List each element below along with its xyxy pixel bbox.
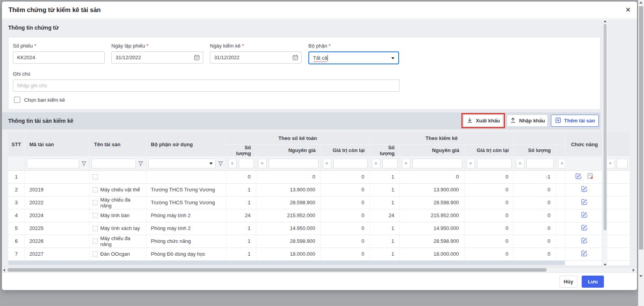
ngay-kiem-ke-input[interactable] (210, 51, 302, 64)
lookup-ellipsis-button[interactable]: … (93, 174, 98, 180)
cell-trailing (604, 196, 630, 209)
remove-row-button[interactable] (584, 173, 596, 181)
window-vertical-scrollbar[interactable] (638, 0, 644, 306)
ban-kiem-ke-checkbox-row[interactable]: Chọn ban kiểm kê (14, 97, 65, 103)
cell-inventory-quantity: 24 (370, 209, 399, 222)
cancel-button[interactable]: Hủy (560, 276, 577, 288)
calendar-icon[interactable] (194, 54, 200, 62)
required-asterisk: * (146, 43, 148, 49)
filter-number-input[interactable] (269, 159, 318, 168)
edit-row-button[interactable] (579, 250, 590, 258)
lookup-ellipsis-button[interactable]: … (93, 226, 98, 231)
cell-diff-quantity: 0 (514, 183, 556, 196)
cell-asset-name: …Máy tính xách tay (89, 222, 146, 235)
pencil-square-icon (581, 188, 588, 194)
cell-inventory-cost: 28.598.900 (399, 235, 464, 248)
add-asset-button[interactable]: Thêm tài sản (551, 115, 599, 127)
filter-number-input[interactable] (477, 159, 512, 168)
funnel-icon[interactable] (81, 161, 87, 166)
table-row: 620226…Máy chiếu đa năngPhòng chức năng1… (8, 235, 630, 248)
scroll-left-arrow[interactable] (3, 269, 5, 272)
cell-stt: 2 (8, 183, 25, 196)
subheader-cost: Nguyên giá (399, 144, 464, 156)
scroll-down-arrow[interactable] (639, 275, 642, 277)
cell-department: Trường THCS Trưng Vương (146, 196, 226, 209)
scroll-up-arrow[interactable] (639, 2, 642, 4)
export-button[interactable]: Xuất khẩu (463, 115, 503, 127)
filter-operator-button[interactable]: = (402, 159, 410, 168)
cell-inventory-remaining: 0 (464, 183, 514, 196)
table-horizontal-scrollbar[interactable] (2, 267, 637, 272)
asset-section-band: Thông tin tài sản kiểm kê Xuất khẩu Nhập… (2, 112, 600, 129)
cell-inventory-remaining: 0 (464, 170, 514, 183)
scroll-right-arrow[interactable] (633, 269, 635, 272)
lookup-ellipsis-button[interactable]: … (93, 187, 98, 193)
filter-operator-button[interactable]: = (558, 159, 565, 168)
edit-row-button[interactable] (579, 198, 590, 207)
cell-book-cost: 28.598.900 (256, 196, 320, 209)
modal-body: Thông tin chứng từ Số phiếu * Ngày lập p… (2, 19, 637, 272)
edit-row-button[interactable] (579, 237, 590, 245)
cell-book-cost: 14.950.000 (256, 222, 320, 235)
calendar-icon[interactable] (292, 54, 299, 62)
table-row: 220219…Máy chiếu vật thểTrường THCS Trưn… (8, 183, 630, 196)
filter-operator-button[interactable]: = (258, 159, 267, 168)
edit-row-button[interactable] (579, 186, 590, 194)
close-button[interactable]: ✕ (623, 5, 633, 15)
import-button[interactable]: Nhập khẩu (507, 115, 548, 127)
asset-table-body: 1…000100-1220219…Máy chiếu vật thểTrường… (8, 170, 630, 265)
asset-name-text: Máy tính xách tay (100, 225, 140, 231)
bo-phan-select[interactable]: Tất cả (308, 51, 399, 64)
filter-number-input[interactable] (239, 159, 254, 168)
lookup-ellipsis-button[interactable]: … (93, 200, 98, 205)
cell-department: Phòng Đồ dùng dạy học (146, 248, 226, 260)
ban-kiem-ke-checkbox[interactable] (14, 97, 20, 103)
edit-row-button[interactable] (579, 224, 590, 232)
filter-number-input[interactable] (412, 159, 462, 168)
cell-stt: 6 (8, 235, 25, 248)
edit-row-button[interactable] (579, 211, 590, 219)
section-title-document-info: Thông tin chứng từ (8, 25, 59, 31)
filter-department-select[interactable] (148, 159, 216, 168)
cell-actions (565, 235, 604, 248)
lookup-ellipsis-button[interactable]: … (93, 251, 98, 257)
cell-inventory-cost: 18.000.000 (399, 248, 464, 260)
modal-vertical-scrollbar[interactable] (602, 19, 607, 267)
lookup-ellipsis-button[interactable]: … (93, 239, 98, 244)
partial-selected-row (8, 260, 630, 265)
scroll-down-arrow[interactable] (604, 264, 607, 266)
scroll-up-arrow[interactable] (604, 20, 607, 22)
edit-row-button[interactable] (573, 173, 584, 181)
required-asterisk: * (34, 43, 36, 49)
cell-inventory-cost: 14.950.000 (399, 222, 464, 235)
cell-diff-quantity: 0 (514, 196, 556, 209)
filter-operator-button[interactable]: = (516, 159, 524, 168)
ngay-lap-phieu-input[interactable] (111, 51, 203, 64)
filter-number-input[interactable] (382, 159, 398, 168)
required-asterisk: * (329, 43, 331, 49)
funnel-icon[interactable] (218, 161, 224, 166)
document-info-card: Số phiếu * Ngày lập phiếu * Ngày kiểm kê… (8, 37, 600, 110)
filter-number-input[interactable] (617, 159, 628, 168)
filter-operator-button[interactable]: = (466, 159, 475, 168)
filter-asset-code-input[interactable] (27, 159, 79, 168)
ghi-chu-input[interactable] (13, 80, 399, 92)
filter-asset-name-input[interactable] (91, 159, 136, 168)
filter-operator-button[interactable]: = (228, 159, 237, 168)
filter-operator-button[interactable]: = (323, 159, 331, 168)
window-scrollbar-thumb[interactable] (639, 6, 643, 249)
cell-asset-name: …Máy tính bàn (89, 209, 146, 222)
filter-number-input[interactable] (333, 159, 368, 168)
save-button[interactable]: Lưu (582, 276, 604, 288)
cell-diff-quantity: 0 (514, 248, 556, 260)
filter-number-input[interactable] (526, 159, 554, 168)
vertical-scrollbar-thumb[interactable] (604, 24, 607, 230)
asset-name-text: Máy chiếu vật thể (100, 187, 140, 193)
so-phieu-input[interactable] (13, 51, 105, 64)
filter-operator-button[interactable]: = (372, 159, 380, 168)
cell-book-cost: 0 (256, 170, 320, 183)
funnel-icon[interactable] (138, 161, 144, 166)
lookup-ellipsis-button[interactable]: … (93, 213, 98, 218)
required-asterisk: * (242, 43, 244, 49)
horizontal-scrollbar-thumb[interactable] (7, 268, 547, 272)
